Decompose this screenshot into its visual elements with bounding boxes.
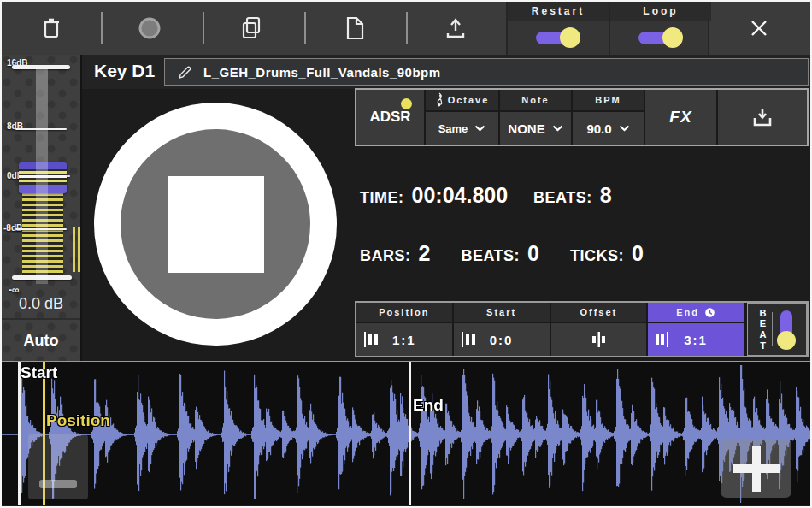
octave-label: Octave [448, 95, 490, 105]
start-column: Start 0:0 [454, 303, 551, 356]
stop-button[interactable] [94, 103, 337, 346]
position-marker-label: Position [46, 411, 110, 430]
marker-left-icon [462, 332, 476, 347]
bars-value: 2 [419, 241, 431, 266]
end-marker-line[interactable] [409, 362, 411, 505]
adsr-button[interactable]: ADSR [356, 90, 426, 145]
position-header: Position [379, 307, 429, 317]
zoom-scroll-handle[interactable] [28, 434, 88, 499]
beat-mode-box: BEAT [747, 303, 807, 356]
fader-handle[interactable] [19, 162, 67, 193]
tick-16db [12, 65, 70, 69]
copy-button[interactable] [227, 2, 278, 55]
divider [772, 312, 773, 346]
close-icon [750, 19, 768, 38]
bpm-value: 90.0 [586, 121, 611, 136]
restart-label: Restart [508, 2, 609, 21]
chevron-down-icon [619, 125, 630, 132]
beats2-value: 0 [527, 241, 539, 266]
octave-control: Octave Same [426, 90, 500, 145]
zoom-scroll-grip [39, 480, 77, 488]
start-value: 0:0 [490, 333, 514, 347]
end-marker-label: End [413, 396, 444, 415]
record-button[interactable] [124, 2, 175, 55]
end-cell[interactable]: 3:1 [648, 323, 744, 356]
loop-toggle[interactable] [638, 27, 683, 49]
chevron-down-icon [474, 125, 485, 132]
offset-column: Offset [551, 303, 649, 356]
end-header: End [676, 307, 699, 317]
tick-neg8db [15, 228, 67, 230]
waveform-canvas[interactable] [2, 363, 810, 505]
bars-readout: BARS: 2 BEATS: 0 TICKS: 0 [360, 241, 644, 266]
close-button[interactable] [733, 2, 785, 55]
scale-label-neginf: -∞ [9, 284, 20, 296]
adsr-active-dot [401, 98, 412, 109]
new-file-button[interactable] [329, 2, 380, 55]
restart-toggle[interactable] [536, 27, 580, 49]
offset-header: Offset [580, 307, 617, 317]
marker-left-icon [364, 332, 379, 347]
offset-cell[interactable] [551, 323, 647, 356]
main-panel: Key D1 L_GEH_Drums_Full_Vandals_90bpm AD… [82, 55, 810, 361]
loop-points-table: Position 1:1 Start 0:0 Offset [355, 301, 809, 357]
toggle-knob [777, 331, 796, 350]
marker-right-icon [656, 332, 670, 347]
bpm-select[interactable]: 90.0 [573, 112, 644, 145]
position-column: Position 1:1 [356, 303, 454, 356]
record-icon [137, 15, 162, 41]
app-window: Restart Loop [0, 0, 812, 508]
time-value: 00:04.800 [412, 183, 509, 208]
beats2-label: BEATS: [461, 247, 520, 265]
volume-fader-panel: 16dB 8dB 0dB -8dB -∞ 0.0 dB Auto [2, 55, 82, 361]
toolbar-divider [304, 12, 306, 44]
start-header: Start [486, 307, 516, 317]
toolbar-divider [101, 12, 103, 44]
key-label: Key D1 [94, 61, 155, 81]
tick-8db [15, 128, 67, 130]
sample-name: L_GEH_Drums_Full_Vandals_90bpm [203, 65, 441, 80]
sample-name-field[interactable]: L_GEH_Drums_Full_Vandals_90bpm [164, 58, 809, 86]
file-icon [344, 16, 365, 40]
octave-value: Same [438, 122, 468, 135]
end-value: 3:1 [684, 333, 708, 347]
fx-button[interactable]: FX [645, 90, 718, 145]
start-marker-label: Start [21, 363, 57, 382]
history-clock-icon [704, 307, 715, 318]
position-value: 1:1 [392, 333, 416, 347]
top-toolbar: Restart Loop [2, 2, 810, 55]
waveform-editor[interactable]: Start Position End [2, 361, 810, 505]
params-panel: ADSR Octave Same Note NONE [355, 88, 809, 146]
start-cell[interactable]: 0:0 [454, 323, 550, 356]
zoom-in-button[interactable] [721, 439, 791, 498]
time-label: TIME: [360, 189, 404, 207]
auto-button[interactable]: Auto [2, 320, 80, 361]
time-readout: TIME: 00:04.800 BEATS: 8 [360, 183, 612, 208]
bpm-label: BPM [595, 95, 621, 105]
export-button[interactable] [430, 2, 481, 55]
note-select[interactable]: NONE [500, 112, 571, 145]
note-control: Note NONE [500, 90, 573, 145]
delete-button[interactable] [26, 2, 77, 55]
note-value: NONE [508, 121, 544, 136]
save-sample-button[interactable] [718, 90, 807, 145]
toggle-knob [662, 27, 683, 48]
edit-pencil-icon [179, 66, 191, 79]
trash-icon [40, 16, 62, 40]
upload-icon [444, 17, 467, 39]
plus-icon [733, 464, 780, 473]
beats-label: BEATS: [533, 189, 592, 207]
octave-select[interactable]: Same [426, 112, 498, 145]
copy-icon [241, 16, 263, 40]
title-row: Key D1 L_GEH_Drums_Full_Vandals_90bpm [82, 55, 810, 89]
beat-toggle[interactable] [777, 309, 796, 350]
download-icon [751, 107, 774, 127]
end-column: End 3:1 [648, 303, 745, 356]
beat-label: BEAT [758, 308, 768, 351]
tick-bottom [12, 275, 72, 280]
stop-button-inner [121, 129, 310, 319]
loop-label: Loop [610, 2, 711, 21]
fader-value: 0.0 dB [2, 295, 80, 313]
position-cell[interactable]: 1:1 [356, 323, 452, 356]
start-marker-line[interactable] [18, 362, 21, 505]
